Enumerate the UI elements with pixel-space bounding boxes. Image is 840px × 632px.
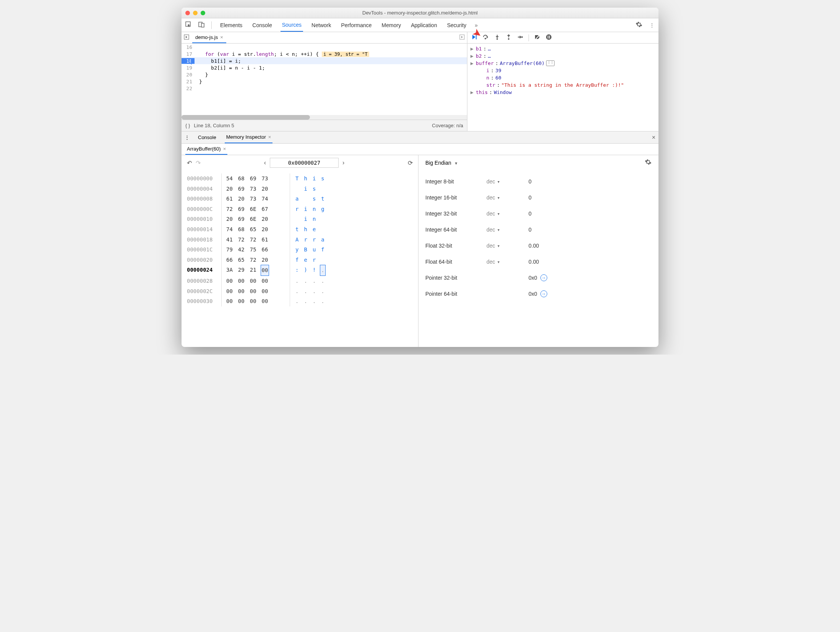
- refresh-icon[interactable]: ⟳: [408, 159, 413, 167]
- scope-row[interactable]: i: 39: [470, 67, 655, 74]
- mode-select[interactable]: dec ▾: [486, 211, 529, 217]
- tab-sources[interactable]: Sources: [281, 19, 303, 32]
- value-row: Pointer 32-bit0x0 →: [425, 270, 652, 286]
- step-icon[interactable]: [517, 34, 523, 42]
- pretty-print-icon[interactable]: { }: [185, 123, 190, 128]
- close-drawer-icon[interactable]: ×: [652, 134, 655, 141]
- undo-icon[interactable]: ↶: [187, 159, 192, 167]
- file-tabs: demo-js.js ×: [182, 32, 467, 44]
- hex-row[interactable]: 0000002066657220fer: [187, 255, 413, 265]
- close-icon[interactable]: ×: [220, 34, 223, 40]
- main-toolbar: Elements Console Sources Network Perform…: [182, 18, 658, 32]
- value-row: Integer 8-bitdec ▾0: [425, 173, 652, 190]
- svg-point-10: [546, 34, 551, 40]
- mode-select[interactable]: dec ▾: [486, 194, 529, 201]
- mode-select[interactable]: dec ▾: [486, 227, 529, 233]
- hex-row[interactable]: 0000001474686520the: [187, 224, 413, 235]
- tab-security[interactable]: Security: [446, 19, 468, 31]
- jump-icon[interactable]: →: [540, 274, 547, 281]
- redo-icon[interactable]: ↷: [196, 159, 201, 167]
- scope-row[interactable]: ▶b2: …: [470, 52, 655, 60]
- svg-rect-12: [549, 36, 550, 39]
- tab-performance[interactable]: Performance: [339, 19, 373, 31]
- scope-row[interactable]: ▶b1: …: [470, 45, 655, 52]
- hex-row[interactable]: 0000001841727261Arra: [187, 235, 413, 245]
- hex-toolbar: ↶ ↷ ‹ › ⟳: [182, 155, 418, 170]
- step-into-icon[interactable]: [494, 34, 500, 42]
- file-tab-label: demo-js.js: [195, 34, 218, 40]
- titlebar: DevTools - memory-inspector.glitch.me/de…: [182, 8, 658, 18]
- hex-row[interactable]: 0000002C00000000....: [187, 286, 413, 297]
- memory-inspector-body: ↶ ↷ ‹ › ⟳ 0000000054686973This0000000420…: [182, 155, 658, 347]
- snippets-icon[interactable]: [459, 34, 465, 41]
- endian-select[interactable]: Big Endian ▼: [425, 160, 458, 166]
- value-row: Pointer 64-bit0x0 →: [425, 286, 652, 302]
- tab-memory[interactable]: Memory: [380, 19, 403, 31]
- mode-select[interactable]: dec ▾: [486, 178, 529, 185]
- code-editor[interactable]: 1617 for (var i = str.length; i < n; ++i…: [182, 44, 467, 115]
- hex-row[interactable]: 0000003000000000....: [187, 296, 413, 306]
- hex-grid[interactable]: 0000000054686973This0000000420697320 is …: [182, 170, 418, 310]
- drawer-tab-console[interactable]: Console: [196, 132, 218, 143]
- hex-row[interactable]: 0000000054686973This: [187, 173, 413, 184]
- scope-pane[interactable]: ▶b1: …▶b2: …▶buffer: ArrayBuffer(60) ⋮⋮ …: [467, 44, 658, 131]
- tab-elements[interactable]: Elements: [219, 19, 244, 31]
- hex-row[interactable]: 0000001020696E20 in: [187, 214, 413, 224]
- jump-icon[interactable]: →: [540, 290, 547, 297]
- cursor-position: Line 18, Column 5: [194, 123, 234, 128]
- address-input[interactable]: [270, 158, 339, 168]
- value-row: Float 64-bitdec ▾0.00: [425, 254, 652, 270]
- settings-icon[interactable]: [645, 159, 652, 167]
- hex-row[interactable]: 0000002800000000....: [187, 276, 413, 286]
- next-page-icon[interactable]: ›: [342, 159, 344, 166]
- value-pane: Big Endian ▼ Integer 8-bitdec ▾0Integer …: [418, 155, 658, 347]
- hex-pane: ↶ ↷ ‹ › ⟳ 0000000054686973This0000000420…: [182, 155, 418, 347]
- mode-select[interactable]: dec ▾: [486, 243, 529, 249]
- svg-rect-11: [548, 36, 548, 39]
- sources-panel: demo-js.js × 1617 for (var i = str.lengt…: [182, 32, 467, 131]
- hex-row[interactable]: 0000000420697320 is: [187, 184, 413, 194]
- pause-exceptions-icon[interactable]: [546, 34, 552, 42]
- value-toolbar: Big Endian ▼: [418, 155, 658, 170]
- navigator-icon[interactable]: [184, 34, 189, 41]
- value-row: Integer 64-bitdec ▾0: [425, 222, 652, 238]
- scope-row[interactable]: n: 60: [470, 74, 655, 81]
- horizontal-scrollbar[interactable]: [182, 115, 467, 120]
- mode-select[interactable]: dec ▾: [486, 259, 529, 265]
- value-row: Integer 16-bitdec ▾0: [425, 190, 652, 206]
- value-list: Integer 8-bitdec ▾0Integer 16-bitdec ▾0I…: [418, 170, 658, 305]
- coverage-label: Coverage: n/a: [432, 123, 463, 128]
- kebab-icon[interactable]: ⋮: [649, 22, 655, 28]
- drawer-tabs: ⋮ Console Memory Inspector × ×: [182, 131, 658, 144]
- inspect-icon[interactable]: [185, 21, 191, 29]
- close-icon[interactable]: ×: [223, 146, 226, 152]
- scope-row[interactable]: ▶this: Window: [470, 89, 655, 96]
- reveal-memory-icon[interactable]: ⋮⋮: [546, 60, 555, 66]
- settings-icon[interactable]: [636, 21, 642, 29]
- buffer-tab[interactable]: ArrayBuffer(60) ×: [185, 144, 227, 155]
- drawer-menu-icon[interactable]: ⋮: [185, 135, 190, 140]
- step-out-icon[interactable]: [506, 34, 512, 42]
- tab-network[interactable]: Network: [310, 19, 332, 31]
- hex-row[interactable]: 0000000861207374a st: [187, 194, 413, 204]
- hex-row[interactable]: 000000243A292100:)!.: [187, 265, 413, 276]
- tab-application[interactable]: Application: [409, 19, 439, 31]
- drawer-tab-memory-inspector[interactable]: Memory Inspector ×: [225, 131, 273, 143]
- prev-page-icon[interactable]: ‹: [264, 159, 266, 166]
- close-icon[interactable]: ×: [268, 134, 271, 140]
- svg-point-8: [508, 38, 509, 40]
- value-row: Integer 32-bitdec ▾0: [425, 206, 652, 222]
- svg-point-7: [496, 38, 498, 40]
- hex-row[interactable]: 0000000C72696E67ring: [187, 204, 413, 214]
- debugger-panel: ➤ ▶b1: …▶b2: …▶buffer: ArrayBuffer(60) ⋮…: [467, 32, 658, 131]
- svg-rect-2: [201, 23, 204, 27]
- step-over-icon[interactable]: [483, 34, 489, 42]
- hex-row[interactable]: 0000001C79427566yBuf: [187, 245, 413, 255]
- scope-row[interactable]: str: "This is a string in the ArrayBuffe…: [470, 81, 655, 89]
- svg-point-6: [485, 38, 486, 39]
- device-icon[interactable]: [198, 21, 204, 29]
- scope-row[interactable]: ▶buffer: ArrayBuffer(60) ⋮⋮: [470, 60, 655, 67]
- file-tab[interactable]: demo-js.js ×: [192, 32, 226, 43]
- tab-console[interactable]: Console: [251, 19, 273, 31]
- deactivate-breakpoints-icon[interactable]: [534, 34, 540, 42]
